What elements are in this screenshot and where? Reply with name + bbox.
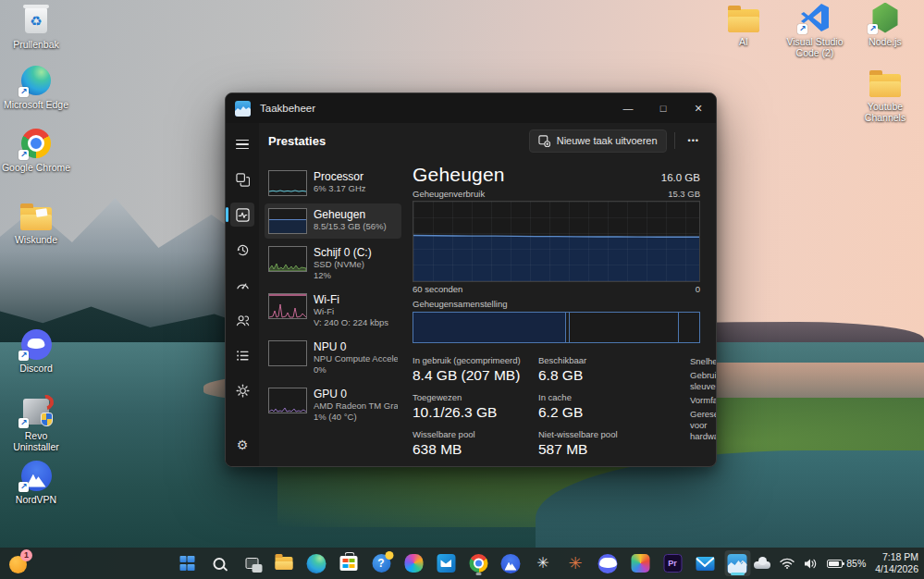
- desktop-icon-nodejs[interactable]: ↗ Node.js: [849, 2, 921, 47]
- processes-icon: [236, 173, 250, 187]
- outlook-button[interactable]: [433, 550, 459, 576]
- task-manager-app-icon: [235, 101, 251, 117]
- clock[interactable]: 7:18 PM 4/14/2026: [875, 551, 918, 575]
- notification-badge: 1: [20, 549, 32, 561]
- taskbar-discord-button[interactable]: [595, 550, 621, 576]
- time-axis-left-label: 60 seconden: [413, 284, 462, 294]
- claude-button[interactable]: ✳: [562, 550, 588, 576]
- run-new-task-button[interactable]: Nieuwe taak uitvoeren: [529, 129, 667, 153]
- selection-accent-bar: [226, 207, 228, 222]
- mail-button[interactable]: [692, 550, 718, 576]
- memory-usage-max: 15.3 GB: [668, 189, 700, 199]
- shortcut-arrow-icon: ↗: [797, 24, 807, 34]
- adobe-cc-button[interactable]: [627, 550, 653, 576]
- wifi-icon[interactable]: [780, 558, 795, 569]
- settings-button[interactable]: ⚙: [230, 433, 254, 457]
- start-button[interactable]: [174, 550, 200, 576]
- stat-form-factor: Vormfactor: Overig: [690, 395, 717, 406]
- perf-item-wifi[interactable]: Wi-Fi Wi-Fi V: 240 O: 224 kbps: [265, 289, 401, 333]
- discord-icon: [598, 554, 618, 573]
- desktop-icon-discord[interactable]: ↗ Discord: [0, 328, 72, 374]
- desktop-icon-nordvpn[interactable]: ↗ NordVPN: [0, 460, 72, 505]
- taskbar-edge-button[interactable]: [303, 550, 329, 576]
- stat-non-paged-pool: Niet-wisselbare pool 587 MB: [538, 429, 690, 458]
- maximize-button[interactable]: □: [646, 93, 681, 123]
- hardware-stats: Snelheid: 6400 ... Gebruikte sleuven: 4 …: [690, 355, 717, 458]
- task-view-icon: [245, 558, 258, 569]
- stat-available: Beschikbaar 6.8 GB: [538, 355, 690, 384]
- sidebar-item-users[interactable]: [230, 308, 254, 332]
- taskbar-search-button[interactable]: [206, 550, 232, 576]
- file-explorer-button[interactable]: [271, 550, 297, 576]
- close-button[interactable]: ✕: [681, 93, 716, 123]
- battery-icon: [827, 560, 843, 568]
- task-view-button[interactable]: [239, 550, 265, 576]
- npu-mini-graph: [268, 340, 307, 366]
- desktop-icon-revo[interactable]: ↗ Revo Uninstaller: [0, 396, 72, 452]
- hidden-icons-chevron-icon[interactable]: [738, 560, 747, 569]
- premiere-pro-button[interactable]: Pr: [659, 550, 685, 576]
- desktop-icon-recycle-bin[interactable]: ♻ Prullenbak: [0, 5, 72, 50]
- perf-item-processor[interactable]: Processor 6% 3.17 GHz: [265, 166, 401, 201]
- navigation-menu-button[interactable]: [230, 132, 254, 156]
- minimize-button[interactable]: —: [610, 93, 646, 123]
- services-gear-icon: [236, 384, 250, 398]
- desktop-icon-wiskunde[interactable]: Wiskunde: [0, 200, 72, 245]
- processor-mini-graph: [268, 170, 307, 196]
- help-icon: ?: [372, 554, 390, 573]
- details-list-icon: [236, 349, 250, 363]
- header-divider: [674, 132, 675, 149]
- desktop-icon-label: Discord: [19, 363, 53, 374]
- edge-icon: [307, 554, 326, 573]
- run-new-task-label: Nieuwe taak uitvoeren: [557, 135, 658, 146]
- microsoft-store-icon: [340, 556, 358, 571]
- sidebar-item-details[interactable]: [230, 343, 254, 367]
- speaker-icon[interactable]: [804, 558, 818, 570]
- perf-item-memory[interactable]: Geheugen 8.5/15.3 GB (56%): [265, 203, 401, 239]
- onedrive-icon[interactable]: [754, 559, 770, 569]
- copilot-icon: [404, 554, 423, 573]
- perf-item-npu[interactable]: NPU 0 NPU Compute Accelera. 0%: [265, 336, 401, 380]
- desktop-icon-label: Revo Uninstaller: [1, 430, 71, 452]
- desktop-icon-edge[interactable]: ↗ Microsoft Edge: [0, 65, 72, 110]
- stat-in-use: In gebruik (gecomprimeerd) 8.4 GB (207 M…: [413, 355, 525, 384]
- sidebar-item-performance[interactable]: [230, 203, 254, 227]
- perf-item-gpu[interactable]: GPU 0 AMD Radeon TM Grap... 1% (40 °C): [265, 383, 401, 427]
- microsoft-store-button[interactable]: [336, 550, 362, 576]
- system-tray: 85% 7:18 PM 4/14/2026: [738, 548, 918, 579]
- taskbar-chrome-button[interactable]: [465, 550, 491, 576]
- tray-date: 4/14/2026: [875, 563, 918, 575]
- adobe-creative-cloud-icon: [631, 554, 649, 573]
- more-options-button[interactable]: •••: [683, 132, 705, 149]
- shortcut-arrow-icon: ↗: [18, 351, 29, 361]
- desktop-icon-vscode[interactable]: ↗ Visual Studio Code (2): [779, 2, 851, 58]
- desktop-icon-label: Google Chrome: [2, 162, 70, 173]
- desktop-icon-chrome[interactable]: ↗ Google Chrome: [0, 128, 72, 173]
- get-help-button[interactable]: ?: [368, 550, 394, 576]
- battery-status[interactable]: 85%: [827, 558, 866, 569]
- window-titlebar[interactable]: Taakbeheer — □ ✕: [226, 93, 716, 123]
- memory-composition-bar: [413, 312, 700, 343]
- new-task-icon: [538, 135, 550, 147]
- stat-cached: In cache 6.2 GB: [538, 392, 690, 421]
- desktop-icon-youtube-channels[interactable]: Youtube Channels: [849, 67, 921, 123]
- sidebar-item-services[interactable]: [230, 378, 254, 402]
- sidebar-item-processes[interactable]: [230, 167, 254, 191]
- taskbar-nordvpn-button[interactable]: [498, 550, 524, 576]
- outlook-icon: [437, 554, 455, 573]
- desktop-icon-ai-folder[interactable]: AI: [708, 2, 780, 47]
- memory-detail-panel: Geheugen 16.0 GB Geheugenverbruik 15.3 G…: [405, 158, 716, 466]
- page-header: Prestaties Nieuwe taak uitvoeren •••: [259, 123, 716, 158]
- desktop-icon-label: Wiskunde: [15, 234, 57, 245]
- running-indicator: [475, 573, 481, 575]
- memory-total-capacity: 16.0 GB: [661, 172, 700, 186]
- copilot-button[interactable]: [400, 550, 426, 576]
- notification-bubble[interactable]: 1: [9, 556, 27, 573]
- sidebar-item-app-history[interactable]: [230, 238, 254, 262]
- taskbar: ? ✳ ✳ Pr: [0, 548, 924, 579]
- sidebar-item-startup-apps[interactable]: [230, 273, 254, 297]
- window-title: Taakbeheer: [260, 103, 610, 114]
- chatgpt-button[interactable]: ✳: [530, 550, 556, 576]
- perf-item-disk[interactable]: Schijf 0 (C:) SSD (NVMe) 12%: [265, 241, 401, 286]
- startup-gauge-icon: [236, 278, 250, 292]
